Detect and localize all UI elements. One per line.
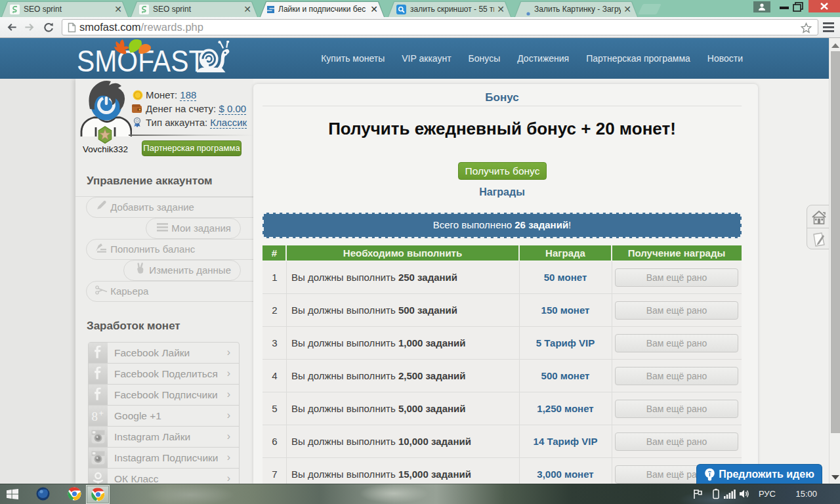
svg-text:+: + <box>98 409 103 418</box>
svg-text:8: 8 <box>92 410 98 423</box>
